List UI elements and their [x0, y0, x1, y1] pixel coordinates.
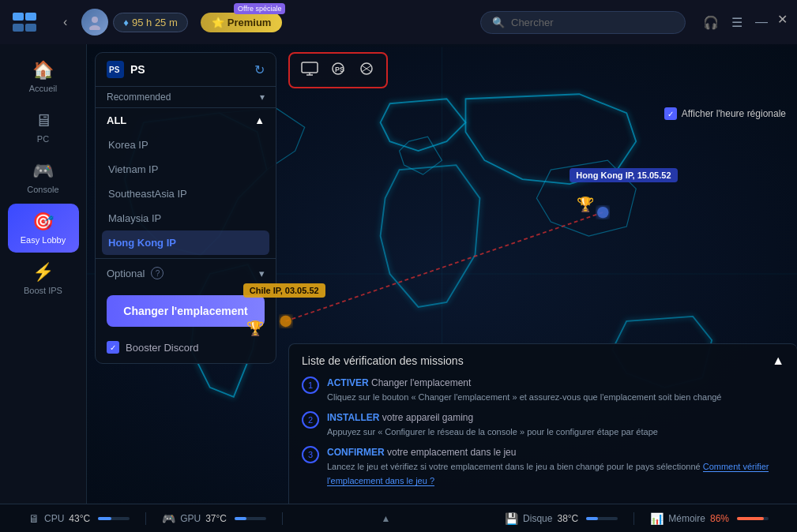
top-icons: 🎧 ☰ — ✕	[700, 12, 788, 33]
mission-text-3: CONFIRMER votre emplacement dans le jeu …	[327, 445, 784, 488]
content-area: PS Chile IP, 03.05.52 🏆 Hong Kong IP, 15…	[87, 44, 797, 504]
regional-time-checkbox[interactable]: ✓	[664, 107, 677, 120]
cpu-value: 43°C	[69, 513, 90, 524]
mission-num-1: 1	[302, 377, 319, 394]
ip-item-southeast-asia[interactable]: SoutheastAsia IP	[102, 182, 269, 206]
easy-lobby-icon: 🎯	[32, 212, 54, 232]
close-button[interactable]: ✕	[777, 12, 788, 33]
change-location-button[interactable]: Changer l'emplacement	[107, 295, 265, 327]
sidebar-item-accueil[interactable]: 🏠 Accueil	[8, 52, 79, 101]
app-logo	[9, 8, 44, 36]
svg-text:PS: PS	[335, 66, 344, 73]
headset-icon[interactable]: 🎧	[700, 12, 722, 33]
mission-item-2: 2 INSTALLER votre appareil gaming Appuye…	[302, 410, 784, 439]
all-label: ALL	[107, 114, 126, 126]
svg-rect-1	[25, 13, 36, 21]
collapse-icon[interactable]: ▲	[254, 114, 265, 126]
optional-label: Optional	[107, 268, 145, 279]
ip-item-hong-kong[interactable]: Hong Kong IP	[102, 230, 269, 255]
mission-collapse-icon[interactable]: ▲	[772, 354, 784, 368]
disque-icon: 💾	[505, 512, 518, 525]
search-icon: 🔍	[492, 17, 505, 28]
mission-text-1: ACTIVER Changer l'emplacement Cliquez su…	[327, 376, 722, 404]
sidebar-item-boost-ips[interactable]: ⚡ Boost IPS	[8, 254, 79, 303]
regional-time: ✓ Afficher l'heure régionale	[664, 107, 786, 120]
ip-item-korea[interactable]: Korea IP	[102, 133, 269, 157]
home-icon: 🏠	[32, 60, 54, 81]
chile-pin[interactable]: Chile IP, 03.05.52	[243, 283, 325, 298]
search-bar[interactable]: 🔍 Chercher	[480, 11, 686, 34]
svg-rect-3	[25, 24, 36, 32]
svg-text:PS: PS	[109, 66, 120, 74]
platform-bar: PS	[288, 52, 388, 88]
panel-header-left: PS PS	[107, 61, 145, 78]
sidebar-item-label: Boost IPS	[24, 286, 62, 295]
cpu-icon: 🖥	[28, 512, 39, 525]
svg-rect-2	[13, 24, 24, 32]
optional-chevron[interactable]: ▾	[259, 268, 265, 279]
gpu-item: 🎮 GPU 37°C	[146, 512, 283, 525]
svg-point-10	[280, 316, 291, 327]
premium-area[interactable]: Offre spéciale ⭐ Premium	[201, 13, 283, 32]
mission-text-2: INSTALLER votre appareil gaming Appuyez …	[327, 410, 658, 439]
avatar-area: ♦ 95 h 25 m	[81, 9, 187, 36]
ip-item-vietnam[interactable]: Vietnam IP	[102, 157, 269, 182]
premium-badge[interactable]: ⭐ Premium	[201, 13, 283, 32]
recommended-row: Recommended ▾	[96, 87, 276, 108]
mission-item-1: 1 ACTIVER Changer l'emplacement Cliquez …	[302, 376, 784, 404]
sidebar-item-console[interactable]: 🎮 Console	[8, 153, 79, 202]
cpu-item: 🖥 CPU 43°C	[13, 512, 146, 525]
chile-pin-label: Chile IP, 03.05.52	[250, 286, 319, 295]
ps-badge: PS	[107, 61, 124, 78]
sidebar-item-pc[interactable]: 🖥 PC	[8, 103, 79, 152]
mission-title: Liste de vérification des missions	[302, 354, 464, 367]
chile-trophy: 🏆	[246, 320, 264, 337]
cpu-label: CPU	[44, 513, 64, 524]
premium-icon: ⭐	[212, 17, 224, 28]
diamond-icon: ♦	[123, 17, 129, 28]
disque-value: 38°C	[557, 513, 578, 524]
console-icon: 🎮	[32, 161, 54, 182]
mission-header: Liste de vérification des missions ▲	[302, 354, 784, 368]
recommended-chevron[interactable]: ▾	[260, 92, 265, 103]
svg-point-4	[92, 17, 98, 23]
mission-panel: Liste de vérification des missions ▲ 1 A…	[288, 343, 797, 504]
svg-point-11	[597, 207, 608, 218]
bottom-bar: 🖥 CPU 43°C 🎮 GPU 37°C ▲ 💾 Disque 38°C 📊 …	[0, 504, 797, 532]
memoire-icon: 📊	[650, 512, 664, 525]
booster-label: Booster Discord	[126, 342, 198, 354]
menu-icon[interactable]: ☰	[728, 12, 746, 33]
gpu-icon: 🎮	[162, 512, 175, 525]
sidebar-item-easy-lobby[interactable]: 🎯 Easy Lobby	[8, 204, 79, 253]
sidebar: 🏠 Accueil 🖥 PC 🎮 Console 🎯 Easy Lobby ⚡ …	[0, 44, 87, 504]
time-value: 95 h 25 m	[132, 17, 178, 28]
ip-list: Korea IP Vietnam IP SoutheastAsia IP Mal…	[96, 133, 276, 255]
xbox-icon[interactable]	[358, 60, 375, 81]
left-panel: PS PS ↻ Recommended ▾ ALL ▲ Korea IP Vie…	[95, 52, 276, 364]
search-placeholder: Chercher	[511, 17, 553, 28]
mission-num-2: 2	[302, 411, 319, 429]
monitor-icon[interactable]	[301, 60, 318, 81]
booster-checkbox[interactable]: ✓	[107, 341, 119, 354]
booster-row: ✓ Booster Discord	[96, 335, 276, 363]
time-badge: ♦ 95 h 25 m	[113, 13, 187, 32]
disque-item: 💾 Disque 38°C	[489, 512, 634, 525]
panel-title: PS	[130, 63, 145, 76]
playstation-icon[interactable]: PS	[329, 60, 347, 81]
sidebar-item-label: Console	[27, 185, 58, 194]
ip-item-malaysia[interactable]: Malaysia IP	[102, 206, 269, 230]
gpu-label: GPU	[180, 513, 201, 524]
back-button[interactable]: ‹	[57, 12, 73, 32]
optional-help-icon[interactable]: ?	[151, 267, 164, 279]
avatar	[81, 9, 108, 36]
scroll-up[interactable]: ▲	[283, 513, 489, 524]
offre-tag: Offre spéciale	[234, 3, 285, 14]
main-layout: 🏠 Accueil 🖥 PC 🎮 Console 🎯 Easy Lobby ⚡ …	[0, 44, 797, 504]
regional-time-label: Afficher l'heure régionale	[682, 108, 786, 119]
refresh-button[interactable]: ↻	[254, 62, 265, 77]
svg-rect-0	[13, 13, 24, 21]
hong-kong-pin[interactable]: Hong Kong IP, 15.05.52	[570, 168, 677, 182]
top-bar: ‹ ♦ 95 h 25 m Offre spéciale ⭐ Premium 🔍…	[0, 0, 797, 44]
memoire-item: 📊 Mémoire 86%	[634, 512, 784, 525]
minimize-icon[interactable]: —	[752, 12, 771, 33]
